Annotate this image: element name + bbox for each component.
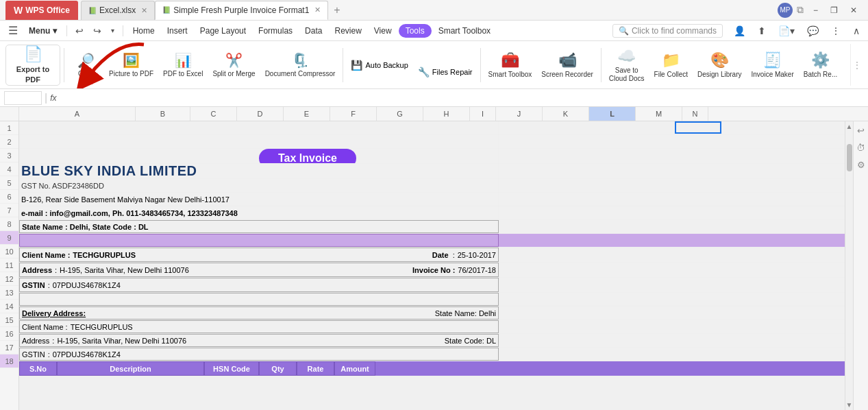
menu-tools[interactable]: Tools	[399, 24, 432, 38]
delivery-row[interactable]: Delivery Address: State Name: Delhi	[19, 306, 499, 319]
pdf-icon[interactable]: 📄▾	[774, 24, 799, 38]
comment-icon[interactable]: 💬	[803, 24, 823, 38]
row-16: Address : H-195, Sarita Vihar, New Delhi…	[19, 334, 845, 348]
col-header-F[interactable]: F	[330, 107, 377, 121]
invoice-maker-btn[interactable]: 🧾 Invoice Maker	[747, 45, 798, 85]
picture-to-pdf-btn[interactable]: 🖼️ Picture to PDF	[105, 45, 158, 85]
menu-page-layout[interactable]: Page Layout	[195, 23, 251, 38]
excel-tab[interactable]: 📗 Excel.xlsx ✕	[81, 1, 155, 20]
menu-formulas[interactable]: Formulas	[253, 23, 298, 38]
close-btn[interactable]: ✕	[845, 4, 863, 16]
auto-backup-icon: 💾	[351, 60, 362, 71]
address-text: B-126, Rear Side Basement Malviya Nagar …	[21, 195, 230, 204]
col-header-A[interactable]: A	[19, 107, 136, 121]
screen-recorder-btn[interactable]: 📹 Screen Recorder	[537, 45, 597, 85]
col-header-D[interactable]: D	[237, 107, 284, 121]
wps-tab[interactable]: W WPS Office	[5, 1, 78, 20]
export-to-pdf-btn[interactable]: 📄 Export toPDF	[5, 45, 60, 86]
scroll-thumb[interactable]	[847, 144, 852, 171]
undo-menu-icon[interactable]: ▾	[107, 25, 119, 36]
address-row[interactable]: B-126, Rear Side Basement Malviya Nagar …	[19, 193, 499, 206]
minimize-btn[interactable]: −	[808, 4, 823, 16]
split-merge-btn[interactable]: ✂️ Split or Merge	[208, 45, 259, 85]
col-header-B[interactable]: B	[136, 107, 190, 121]
menu-review[interactable]: Review	[329, 23, 367, 38]
col-header-M[interactable]: M	[636, 107, 682, 121]
col-header-E[interactable]: E	[284, 107, 330, 121]
share-icon[interactable]: ⬆	[754, 24, 770, 38]
new-tab-btn[interactable]: +	[328, 1, 345, 19]
col-header-L[interactable]: L	[589, 107, 636, 121]
email-row[interactable]: e-mail : info@gmail.com, Ph. 011-3483465…	[19, 206, 499, 219]
search-commands[interactable]: 🔍 Click to find commands	[612, 24, 723, 38]
menu-data[interactable]: Data	[299, 23, 327, 38]
right-mini-sidebar: ↩ ⏱ ⚙	[853, 121, 868, 410]
doc-compressor-btn[interactable]: 🗜️ Document Compressor	[261, 45, 340, 85]
formula-input[interactable]	[60, 92, 865, 104]
col-header-J[interactable]: J	[496, 107, 543, 121]
sidebar-timer-icon[interactable]: ⏱	[856, 143, 865, 153]
col-header-C[interactable]: C	[190, 107, 237, 121]
menu-smart-toolbox[interactable]: Smart Toolbox	[433, 23, 496, 38]
row13-content[interactable]	[19, 293, 499, 306]
client-row[interactable]: Client Name : TECHGURUPLUS Date : 25-10-…	[19, 248, 499, 262]
cell-ref-input[interactable]	[4, 91, 42, 105]
menu-home[interactable]: Home	[127, 23, 160, 38]
del-gstin-row[interactable]: GSTIN : 07PDUJS4678K1Z4	[19, 348, 499, 361]
tax-invoice-btn[interactable]: Tax Invoice	[259, 149, 356, 163]
row1-content[interactable]	[19, 121, 499, 134]
vertical-scrollbar[interactable]: ▲ ▼	[845, 121, 853, 410]
purple-band-row9[interactable]	[19, 234, 499, 247]
address2-row[interactable]: Address : H-195, Sarita Vihar, New Delhi…	[19, 263, 499, 277]
sidebar-history-icon[interactable]: ↩	[857, 125, 865, 136]
invoice-tab-close[interactable]: ✕	[314, 5, 321, 14]
col-header-K[interactable]: K	[543, 107, 589, 121]
account-icon[interactable]: 👤	[730, 24, 749, 38]
auto-backup-btn[interactable]: 💾 Auto Backup	[347, 45, 412, 85]
undo-icon[interactable]: ↩	[71, 24, 88, 38]
th-amount: Amount	[334, 361, 375, 376]
batch-btn[interactable]: ⚙️ Batch Re...	[799, 45, 841, 85]
row-11: Address : H-195, Sarita Vihar, New Delhi…	[19, 263, 845, 278]
excel-tab-close[interactable]: ✕	[141, 6, 147, 15]
smart-toolbox-btn[interactable]: 🧰 Smart Toolbox	[484, 45, 536, 85]
gstin-row[interactable]: GSTIN : 07PDUJS4678K1Z4	[19, 278, 499, 292]
menu-label[interactable]: Menu ▾	[23, 23, 62, 38]
search-icon: 🔍	[619, 26, 629, 36]
sidebar-settings-icon[interactable]: ⚙	[857, 160, 865, 170]
collapse-icon[interactable]: ∧	[849, 24, 864, 38]
menu-insert[interactable]: Insert	[162, 23, 193, 38]
del-address-row[interactable]: Address : H-195, Sarita Vihar, New Delhi…	[19, 334, 499, 347]
col-header-G[interactable]: G	[377, 107, 423, 121]
more-icon[interactable]: ⋮	[827, 24, 845, 38]
invoice-tab[interactable]: 📗 Simple Fresh Purple Invoice Format1 ✕	[155, 1, 328, 20]
scroll-down-arrow[interactable]: ▼	[846, 401, 853, 410]
app-window: W WPS Office 📗 Excel.xlsx ✕ 📗 Simple Fre…	[0, 0, 868, 410]
file-collect-btn[interactable]: 📁 File Collect	[650, 45, 692, 85]
company-name[interactable]: BLUE SKY INDIA LIMITED	[19, 164, 499, 178]
ocr-btn[interactable]: 🔎 OCR	[68, 45, 103, 85]
col-header-H[interactable]: H	[423, 107, 470, 121]
design-library-btn[interactable]: 🎨 Design Library	[693, 45, 745, 85]
th-hsn-label: HSN Code	[213, 365, 250, 373]
state-row[interactable]: State Name : Delhi, State Code : DL	[19, 220, 499, 233]
del-client-row[interactable]: Client Name : TECHGURUPLUS	[19, 320, 499, 333]
menu-sep2	[123, 25, 123, 36]
rn-3: 3	[0, 149, 18, 162]
gst-row[interactable]: GST No. ASDF23486DD	[19, 179, 499, 192]
menu-view[interactable]: View	[369, 23, 397, 38]
row-18: S.No Description HSN Code Qty Rate	[19, 361, 845, 376]
files-repair-btn[interactable]: 🔧 Files Repair	[414, 52, 477, 90]
col-header-N[interactable]: N	[682, 107, 708, 121]
pdf-to-excel-btn[interactable]: 📊 PDF to Excel	[159, 45, 207, 85]
th-hsn: HSN Code	[204, 361, 259, 376]
redo-icon[interactable]: ↪	[89, 24, 106, 38]
scroll-up-arrow[interactable]: ▲	[846, 121, 853, 130]
hamburger-icon[interactable]: ☰	[4, 23, 22, 38]
col-header-I[interactable]: I	[470, 107, 496, 121]
save-cloud-btn[interactable]: ☁️ Save toCloud Docs	[605, 45, 649, 85]
restore-btn[interactable]: ❐	[825, 4, 843, 16]
row2-content[interactable]	[19, 135, 499, 148]
menu-sep1	[66, 25, 67, 36]
rn-8: 8	[0, 217, 18, 231]
